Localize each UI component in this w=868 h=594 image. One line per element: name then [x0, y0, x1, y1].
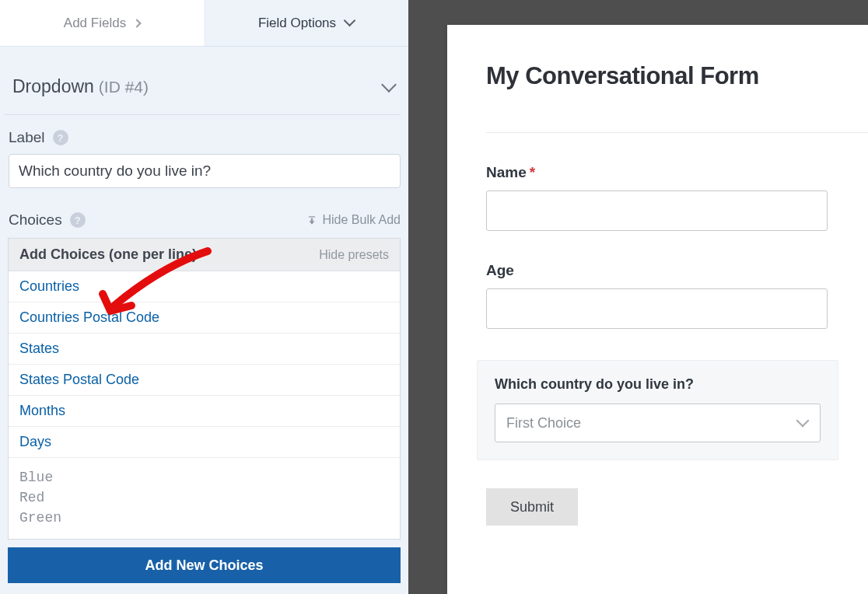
field-section-title: Dropdown: [12, 76, 94, 97]
dropdown-value: First Choice: [506, 415, 581, 432]
name-label: Name*: [486, 164, 828, 181]
chevron-right-icon: [132, 19, 141, 27]
left-panel: Add Fields Field Options Dropdown (ID #4…: [0, 0, 408, 594]
form-preview-pane: My Conversational Form Name* Age Which c…: [447, 25, 868, 594]
dropdown-label: Which country do you live in?: [495, 376, 821, 393]
preset-countries-postal[interactable]: Countries Postal Code: [9, 302, 400, 334]
required-star-icon: *: [530, 164, 535, 180]
tab-add-fields[interactable]: Add Fields: [0, 0, 204, 46]
name-label-text: Name: [486, 164, 527, 180]
hide-bulk-add-link[interactable]: Hide Bulk Add: [306, 213, 401, 227]
age-input[interactable]: [486, 288, 828, 329]
field-name: Name*: [486, 164, 868, 231]
download-icon: [306, 215, 317, 225]
tab-add-fields-label: Add Fields: [64, 16, 126, 31]
add-choices-header-label: Add Choices (one per line): [19, 246, 197, 263]
preset-countries[interactable]: Countries: [9, 271, 400, 302]
preset-days[interactable]: Days: [9, 427, 400, 458]
tab-field-options[interactable]: Field Options: [204, 0, 408, 46]
hide-presets-link[interactable]: Hide presets: [319, 248, 389, 262]
choices-panel: Add Choices (one per line) Hide presets …: [8, 238, 401, 540]
age-label: Age: [486, 262, 828, 279]
preset-states-postal[interactable]: States Postal Code: [9, 365, 400, 396]
add-new-choices-button[interactable]: Add New Choices: [8, 547, 401, 583]
choices-row: Choices ? Hide Bulk Add: [0, 211, 408, 229]
preset-states[interactable]: States: [9, 334, 400, 365]
tab-field-options-label: Field Options: [258, 16, 336, 31]
name-input[interactable]: [486, 190, 828, 231]
label-caption: Label: [9, 129, 45, 146]
label-input[interactable]: [9, 154, 401, 188]
divider: [486, 132, 868, 133]
form-title: My Conversational Form: [486, 62, 868, 90]
hide-bulk-add-label: Hide Bulk Add: [322, 213, 401, 227]
tabs: Add Fields Field Options: [0, 0, 408, 47]
submit-button[interactable]: Submit: [486, 488, 578, 526]
label-row: Label ?: [0, 129, 408, 146]
field-age: Age: [486, 262, 868, 329]
field-country-dropdown[interactable]: Which country do you live in? First Choi…: [477, 360, 838, 460]
chevron-down-icon: [796, 414, 810, 428]
chevron-down-icon: [344, 15, 356, 27]
choices-panel-header: Add Choices (one per line) Hide presets: [9, 239, 400, 271]
chevron-down-icon[interactable]: [381, 77, 397, 93]
choices-textarea[interactable]: Blue Red Green: [9, 458, 400, 539]
country-dropdown[interactable]: First Choice: [495, 404, 821, 442]
field-section-id: (ID #4): [99, 78, 149, 96]
preset-months[interactable]: Months: [9, 396, 400, 427]
help-icon[interactable]: ?: [70, 212, 86, 228]
choices-caption: Choices: [9, 211, 62, 229]
field-section-header[interactable]: Dropdown (ID #4): [5, 76, 401, 115]
help-icon[interactable]: ?: [53, 130, 68, 145]
